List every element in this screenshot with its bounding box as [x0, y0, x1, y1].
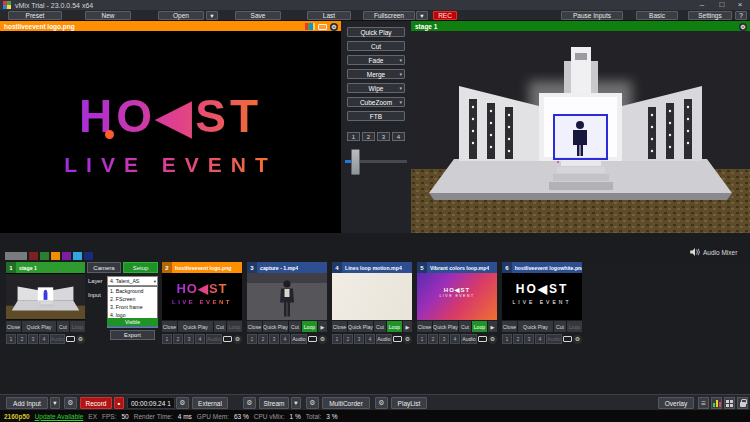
category-green-tab[interactable]: [40, 252, 49, 260]
transition-3-button[interactable]: 3: [377, 132, 390, 141]
input-3-cut-button[interactable]: Cut: [289, 321, 301, 332]
open-button[interactable]: Open: [158, 11, 204, 20]
input-5-play-button[interactable]: ▶: [488, 321, 497, 332]
input-5-overlay-1[interactable]: 1: [417, 334, 427, 344]
input-4-overlay-4[interactable]: 4: [365, 334, 375, 344]
category-purple-tab[interactable]: [62, 252, 71, 260]
overlay-button[interactable]: Overlay: [658, 397, 694, 409]
input-4-thumbnail[interactable]: [332, 273, 412, 320]
input-3-close-button[interactable]: Close: [247, 321, 262, 332]
transition-4-button[interactable]: 4: [392, 132, 405, 141]
layer-option-2[interactable]: 2. FScreen: [108, 295, 157, 303]
help-button[interactable]: ?: [735, 11, 747, 20]
input-1-loop-button[interactable]: Loop: [70, 321, 85, 332]
quick-play-button[interactable]: Quick Play: [347, 27, 405, 37]
input-5-cut-button[interactable]: Cut: [459, 321, 471, 332]
input-5-monitor-icon[interactable]: [478, 336, 487, 342]
record-button[interactable]: Record: [80, 397, 112, 409]
category-orange-tab[interactable]: [51, 252, 60, 260]
input-4-overlay-3[interactable]: 3: [354, 334, 364, 344]
fullscreen-button[interactable]: Fullscreen: [363, 11, 415, 20]
close-button[interactable]: ×: [732, 0, 748, 10]
input-6-quickplay-button[interactable]: Quick Play: [518, 321, 553, 332]
input-2-gear-icon[interactable]: ⚙: [233, 335, 242, 344]
input-5-overlay-2[interactable]: 2: [428, 334, 438, 344]
new-button[interactable]: New: [85, 11, 131, 20]
cubezoom-button[interactable]: CubeZoom▾: [347, 97, 405, 107]
layer-select[interactable]: 4. Talent_AS ▾: [107, 276, 158, 286]
add-input-button[interactable]: Add Input: [6, 397, 48, 409]
input-6-header[interactable]: 6 hostliveevent logowhite.png: [502, 262, 582, 273]
input-6-monitor-icon[interactable]: [563, 336, 572, 342]
input-3-overlay-1[interactable]: 1: [247, 334, 257, 344]
category-blue-tab[interactable]: [84, 252, 93, 260]
input-5-overlay-4[interactable]: 4: [450, 334, 460, 344]
open-dropdown-arrow[interactable]: ▾: [206, 11, 218, 20]
input-6-overlay-3[interactable]: 3: [524, 334, 534, 344]
input-4-overlay-1[interactable]: 1: [332, 334, 342, 344]
multicorder-button[interactable]: MultiCorder: [322, 397, 370, 409]
rec-indicator[interactable]: REC: [433, 11, 457, 20]
input-5-thumbnail[interactable]: HO◀ST LIVE EVENT: [417, 273, 497, 320]
input-6-gear-icon[interactable]: ⚙: [573, 335, 582, 344]
layer-option-1[interactable]: 1. Background: [108, 287, 157, 295]
input-4-quickplay-button[interactable]: Quick Play: [348, 321, 373, 332]
input-3-audio-button[interactable]: Audio: [291, 334, 307, 344]
minimize-button[interactable]: –: [694, 0, 710, 10]
preset-button[interactable]: Preset: [8, 11, 62, 20]
visible-button[interactable]: Visible: [107, 318, 158, 326]
input-1-overlay-4[interactable]: 4: [39, 334, 49, 344]
input-2-monitor-icon[interactable]: [223, 336, 232, 342]
input-1-cut-button[interactable]: Cut: [57, 321, 69, 332]
input-2-overlay-4[interactable]: 4: [195, 334, 205, 344]
external-settings-gear[interactable]: ⚙: [176, 397, 189, 409]
category-all-tab[interactable]: [5, 252, 27, 260]
t-bar-fader[interactable]: [345, 148, 407, 176]
input-3-monitor-icon[interactable]: [308, 336, 317, 342]
last-button[interactable]: Last: [307, 11, 351, 20]
fullscreen-dropdown-arrow[interactable]: ▾: [416, 11, 428, 20]
input-1-gear-icon[interactable]: ⚙: [76, 335, 85, 344]
multicorder-settings-gear[interactable]: ⚙: [306, 397, 319, 409]
input-6-loop-button[interactable]: Loop: [567, 321, 582, 332]
input-2-quickplay-button[interactable]: Quick Play: [178, 321, 213, 332]
audio-mixer-toggle[interactable]: Audio Mixer: [690, 248, 737, 256]
input-1-thumbnail[interactable]: [6, 273, 85, 320]
input-6-cut-button[interactable]: Cut: [554, 321, 566, 332]
input-2-audio-button[interactable]: Audio: [206, 334, 222, 344]
input-3-header[interactable]: 3 capture - 1.mp4: [247, 262, 327, 273]
input-5-overlay-3[interactable]: 3: [439, 334, 449, 344]
stream-arrow[interactable]: ▾: [291, 397, 301, 409]
ftb-button[interactable]: FTB: [347, 111, 405, 121]
input-6-overlay-1[interactable]: 1: [502, 334, 512, 344]
record-marker-button[interactable]: ■: [114, 397, 124, 409]
playlist-button[interactable]: PlayList: [391, 397, 427, 409]
fade-button[interactable]: Fade▾: [347, 55, 405, 65]
stream-settings-gear[interactable]: ⚙: [243, 397, 256, 409]
external-button[interactable]: External: [192, 397, 228, 409]
input-1-monitor-icon[interactable]: [66, 336, 75, 342]
input-6-thumbnail[interactable]: HO◀ST LIVE EVENT: [502, 273, 582, 320]
preview-gear-icon[interactable]: ⚙: [330, 23, 338, 31]
maximize-button[interactable]: □: [714, 0, 730, 10]
input-3-overlay-3[interactable]: 3: [269, 334, 279, 344]
input-2-thumbnail[interactable]: HO◀ST LIVE EVENT: [162, 273, 242, 320]
update-available-link[interactable]: Update Available: [35, 413, 84, 420]
input-2-overlay-1[interactable]: 1: [162, 334, 172, 344]
input-4-gear-icon[interactable]: ⚙: [403, 335, 412, 344]
input-4-audio-button[interactable]: Audio: [376, 334, 392, 344]
input-3-thumbnail[interactable]: [247, 273, 327, 320]
input-3-quickplay-button[interactable]: Quick Play: [263, 321, 288, 332]
input-2-overlay-3[interactable]: 3: [184, 334, 194, 344]
input-1-close-button[interactable]: Close: [6, 321, 21, 332]
input-5-loop-button[interactable]: Loop: [472, 321, 487, 332]
input-3-loop-button[interactable]: Loop: [302, 321, 317, 332]
cut-button[interactable]: Cut: [347, 41, 405, 51]
input-3-overlay-4[interactable]: 4: [280, 334, 290, 344]
wipe-button[interactable]: Wipe▾: [347, 83, 405, 93]
input-1-overlay-2[interactable]: 2: [17, 334, 27, 344]
input-2-header[interactable]: 2 hostliveevent logo.png: [162, 262, 242, 273]
stream-button[interactable]: Stream: [259, 397, 289, 409]
input-4-overlay-2[interactable]: 2: [343, 334, 353, 344]
category-aqua-tab[interactable]: [73, 252, 82, 260]
